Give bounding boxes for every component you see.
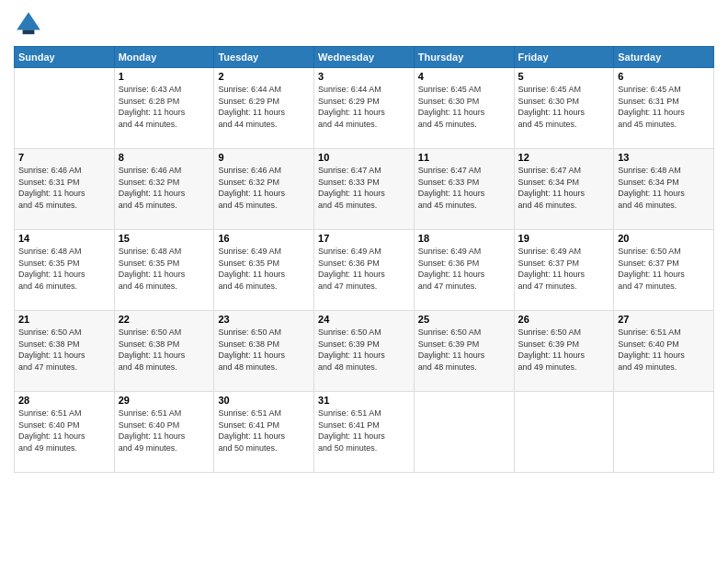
day-number: 13	[618, 152, 710, 163]
calendar-cell: 13Sunrise: 6:48 AMSunset: 6:34 PMDayligh…	[614, 149, 714, 230]
day-number: 29	[119, 395, 210, 406]
day-number: 18	[418, 233, 510, 244]
day-number: 27	[618, 314, 710, 325]
calendar-cell: 31Sunrise: 6:51 AMSunset: 6:41 PMDayligh…	[314, 392, 415, 473]
day-info: Sunrise: 6:50 AMSunset: 6:39 PMDaylight:…	[418, 327, 510, 373]
header-day-wednesday: Wednesday	[314, 47, 415, 68]
day-info: Sunrise: 6:51 AMSunset: 6:40 PMDaylight:…	[18, 408, 110, 454]
day-number: 21	[18, 314, 110, 325]
day-info: Sunrise: 6:46 AMSunset: 6:32 PMDaylight:…	[119, 165, 210, 211]
day-number: 11	[418, 152, 510, 163]
calendar-cell: 14Sunrise: 6:48 AMSunset: 6:35 PMDayligh…	[15, 230, 115, 311]
day-info: Sunrise: 6:50 AMSunset: 6:39 PMDaylight:…	[518, 327, 610, 373]
calendar-cell: 15Sunrise: 6:48 AMSunset: 6:35 PMDayligh…	[114, 230, 214, 311]
header-day-saturday: Saturday	[614, 47, 714, 68]
calendar-cell: 7Sunrise: 6:46 AMSunset: 6:31 PMDaylight…	[15, 149, 115, 230]
day-number: 22	[119, 314, 210, 325]
day-info: Sunrise: 6:48 AMSunset: 6:35 PMDaylight:…	[18, 246, 110, 292]
calendar-cell: 18Sunrise: 6:49 AMSunset: 6:36 PMDayligh…	[414, 230, 514, 311]
day-number: 26	[518, 314, 610, 325]
day-info: Sunrise: 6:51 AMSunset: 6:41 PMDaylight:…	[218, 408, 310, 454]
day-number: 2	[218, 71, 310, 82]
day-info: Sunrise: 6:43 AMSunset: 6:28 PMDaylight:…	[119, 84, 210, 130]
day-number: 3	[318, 71, 410, 82]
week-row-1: 7Sunrise: 6:46 AMSunset: 6:31 PMDaylight…	[15, 149, 714, 230]
calendar-cell: 3Sunrise: 6:44 AMSunset: 6:29 PMDaylight…	[314, 68, 415, 149]
day-info: Sunrise: 6:50 AMSunset: 6:38 PMDaylight:…	[18, 327, 110, 373]
day-info: Sunrise: 6:49 AMSunset: 6:37 PMDaylight:…	[518, 246, 610, 292]
day-info: Sunrise: 6:47 AMSunset: 6:33 PMDaylight:…	[418, 165, 510, 211]
calendar-cell: 9Sunrise: 6:46 AMSunset: 6:32 PMDaylight…	[214, 149, 314, 230]
day-number: 9	[218, 152, 310, 163]
week-row-0: 1Sunrise: 6:43 AMSunset: 6:28 PMDaylight…	[15, 68, 714, 149]
page: SundayMondayTuesdayWednesdayThursdayFrid…	[0, 0, 728, 563]
calendar-cell: 29Sunrise: 6:51 AMSunset: 6:40 PMDayligh…	[114, 392, 214, 473]
calendar-cell	[614, 392, 714, 473]
day-info: Sunrise: 6:51 AMSunset: 6:40 PMDaylight:…	[119, 408, 210, 454]
calendar-cell: 17Sunrise: 6:49 AMSunset: 6:36 PMDayligh…	[314, 230, 415, 311]
day-number: 7	[18, 152, 110, 163]
calendar-cell: 11Sunrise: 6:47 AMSunset: 6:33 PMDayligh…	[414, 149, 514, 230]
day-info: Sunrise: 6:50 AMSunset: 6:37 PMDaylight:…	[618, 246, 710, 292]
calendar-cell: 6Sunrise: 6:45 AMSunset: 6:31 PMDaylight…	[614, 68, 714, 149]
calendar-cell: 30Sunrise: 6:51 AMSunset: 6:41 PMDayligh…	[214, 392, 314, 473]
week-row-3: 21Sunrise: 6:50 AMSunset: 6:38 PMDayligh…	[15, 311, 714, 392]
calendar-cell: 1Sunrise: 6:43 AMSunset: 6:28 PMDaylight…	[114, 68, 214, 149]
calendar-cell: 12Sunrise: 6:47 AMSunset: 6:34 PMDayligh…	[514, 149, 614, 230]
day-number: 14	[18, 233, 110, 244]
calendar-cell: 10Sunrise: 6:47 AMSunset: 6:33 PMDayligh…	[314, 149, 415, 230]
day-number: 20	[618, 233, 710, 244]
logo	[14, 9, 47, 39]
calendar-cell	[414, 392, 514, 473]
day-info: Sunrise: 6:47 AMSunset: 6:33 PMDaylight:…	[318, 165, 410, 211]
day-info: Sunrise: 6:48 AMSunset: 6:35 PMDaylight:…	[119, 246, 210, 292]
week-row-2: 14Sunrise: 6:48 AMSunset: 6:35 PMDayligh…	[15, 230, 714, 311]
day-number: 23	[218, 314, 310, 325]
day-number: 25	[418, 314, 510, 325]
calendar-cell: 8Sunrise: 6:46 AMSunset: 6:32 PMDaylight…	[114, 149, 214, 230]
calendar-cell	[514, 392, 614, 473]
day-info: Sunrise: 6:48 AMSunset: 6:34 PMDaylight:…	[618, 165, 710, 211]
day-info: Sunrise: 6:49 AMSunset: 6:35 PMDaylight:…	[218, 246, 310, 292]
calendar-cell: 23Sunrise: 6:50 AMSunset: 6:38 PMDayligh…	[214, 311, 314, 392]
day-info: Sunrise: 6:47 AMSunset: 6:34 PMDaylight:…	[518, 165, 610, 211]
day-number: 10	[318, 152, 410, 163]
svg-marker-0	[17, 12, 40, 29]
calendar-cell: 24Sunrise: 6:50 AMSunset: 6:39 PMDayligh…	[314, 311, 415, 392]
day-info: Sunrise: 6:50 AMSunset: 6:39 PMDaylight:…	[318, 327, 410, 373]
day-number: 16	[218, 233, 310, 244]
day-info: Sunrise: 6:46 AMSunset: 6:32 PMDaylight:…	[218, 165, 310, 211]
day-info: Sunrise: 6:49 AMSunset: 6:36 PMDaylight:…	[318, 246, 410, 292]
svg-rect-1	[23, 29, 35, 34]
calendar-cell: 19Sunrise: 6:49 AMSunset: 6:37 PMDayligh…	[514, 230, 614, 311]
day-number: 15	[119, 233, 210, 244]
day-number: 12	[518, 152, 610, 163]
header-row: SundayMondayTuesdayWednesdayThursdayFrid…	[15, 47, 714, 68]
calendar-cell: 28Sunrise: 6:51 AMSunset: 6:40 PMDayligh…	[15, 392, 115, 473]
header-day-sunday: Sunday	[15, 47, 115, 68]
calendar-cell: 5Sunrise: 6:45 AMSunset: 6:30 PMDaylight…	[514, 68, 614, 149]
header-day-monday: Monday	[114, 47, 214, 68]
calendar-cell	[15, 68, 115, 149]
day-number: 31	[318, 395, 410, 406]
day-info: Sunrise: 6:45 AMSunset: 6:31 PMDaylight:…	[618, 84, 710, 130]
week-row-4: 28Sunrise: 6:51 AMSunset: 6:40 PMDayligh…	[15, 392, 714, 473]
header-day-friday: Friday	[514, 47, 614, 68]
day-number: 1	[119, 71, 210, 82]
calendar-cell: 20Sunrise: 6:50 AMSunset: 6:37 PMDayligh…	[614, 230, 714, 311]
header-day-tuesday: Tuesday	[214, 47, 314, 68]
calendar-table: SundayMondayTuesdayWednesdayThursdayFrid…	[14, 46, 714, 473]
day-info: Sunrise: 6:49 AMSunset: 6:36 PMDaylight:…	[418, 246, 510, 292]
day-info: Sunrise: 6:44 AMSunset: 6:29 PMDaylight:…	[318, 84, 410, 130]
day-info: Sunrise: 6:50 AMSunset: 6:38 PMDaylight:…	[218, 327, 310, 373]
day-number: 30	[218, 395, 310, 406]
calendar-cell: 16Sunrise: 6:49 AMSunset: 6:35 PMDayligh…	[214, 230, 314, 311]
day-info: Sunrise: 6:51 AMSunset: 6:41 PMDaylight:…	[318, 408, 410, 454]
header-day-thursday: Thursday	[414, 47, 514, 68]
header	[14, 9, 714, 39]
day-info: Sunrise: 6:50 AMSunset: 6:38 PMDaylight:…	[119, 327, 210, 373]
day-info: Sunrise: 6:51 AMSunset: 6:40 PMDaylight:…	[618, 327, 710, 373]
day-number: 5	[518, 71, 610, 82]
day-number: 17	[318, 233, 410, 244]
day-info: Sunrise: 6:46 AMSunset: 6:31 PMDaylight:…	[18, 165, 110, 211]
